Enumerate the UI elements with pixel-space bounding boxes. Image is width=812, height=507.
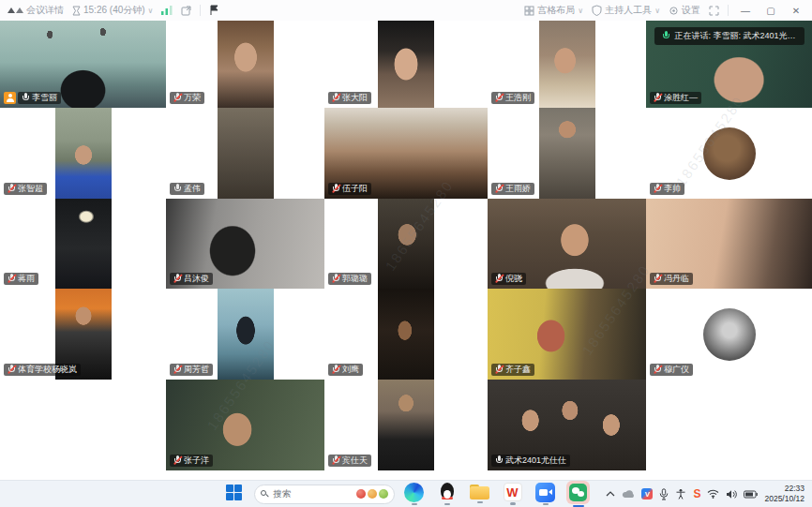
sogou-input-icon[interactable]: S xyxy=(693,488,700,500)
muted-mic-icon xyxy=(173,93,181,103)
participant-tile[interactable]: 李帅 xyxy=(646,108,812,199)
taskbar-search-input[interactable]: 搜索 xyxy=(254,485,395,504)
participant-tile[interactable]: 张子洋 xyxy=(166,380,324,470)
participant-video xyxy=(378,21,434,108)
participant-video xyxy=(378,380,434,470)
participant-tile[interactable]: 齐子鑫 xyxy=(488,289,646,380)
fullscreen-icon[interactable] xyxy=(709,6,719,16)
muted-mic-icon xyxy=(495,184,503,194)
taskbar-app-file-explorer[interactable] xyxy=(467,485,493,504)
participant-tile[interactable]: 宾仕天 xyxy=(324,380,488,470)
host-tools-label: 主持人工具 xyxy=(605,4,652,17)
participant-name: 王浩刚 xyxy=(505,93,531,103)
mic-icon xyxy=(495,455,503,466)
participant-tile[interactable]: 孟伟 xyxy=(166,108,324,199)
search-placeholder: 搜索 xyxy=(274,488,292,500)
minimize-button[interactable]: — xyxy=(737,6,754,16)
participant-tile[interactable]: 体育学校杨晓岚 xyxy=(0,289,166,380)
network-signal-icon[interactable] xyxy=(161,6,173,15)
participant-tile[interactable]: 王浩刚 xyxy=(488,21,646,108)
participant-tile[interactable]: 周芳哲 xyxy=(166,289,324,380)
participant-video xyxy=(539,108,595,199)
tencent-meeting-icon xyxy=(535,483,555,502)
participant-avatar xyxy=(703,308,756,361)
start-button[interactable] xyxy=(221,485,248,504)
settings-label: 设置 xyxy=(682,4,700,17)
participant-tile[interactable]: 伍子阳 xyxy=(324,108,488,199)
accessibility-icon[interactable] xyxy=(675,488,686,500)
meeting-detail-button[interactable]: 会议详情 xyxy=(8,4,64,17)
shield-icon xyxy=(592,5,602,16)
participant-tile[interactable]: 吕沐俊 xyxy=(166,199,324,289)
windows-logo-icon xyxy=(226,485,243,501)
participant-tile[interactable]: 正在讲话: 李雪丽: 武术2401光… 涂胜红— xyxy=(646,21,812,108)
search-icon xyxy=(261,490,269,499)
desktop-strip xyxy=(0,470,812,480)
taskbar-app-wechat[interactable] xyxy=(565,481,592,507)
grid-layout-icon xyxy=(524,6,534,16)
participant-video xyxy=(539,21,595,108)
close-button[interactable]: ✕ xyxy=(788,6,804,16)
muted-mic-icon xyxy=(332,184,339,194)
participant-name: 宾仕天 xyxy=(342,455,368,466)
qq-icon xyxy=(438,483,457,502)
participant-name: 武术2401尤仕仕 xyxy=(505,455,566,466)
muted-mic-icon xyxy=(332,365,339,375)
muted-mic-icon xyxy=(332,274,339,284)
participant-tile[interactable]: 张智超 xyxy=(0,108,166,199)
speaking-banner-text: 正在讲话: 李雪丽: 武术2401光… xyxy=(674,30,795,42)
participant-tile[interactable]: 倪骁 xyxy=(488,199,646,289)
participant-label: 李雪丽 xyxy=(4,92,61,104)
topbar-divider xyxy=(200,5,201,16)
participant-name: 体育学校杨晓岚 xyxy=(18,365,77,375)
host-tools-button[interactable]: 主持人工具 ∨ xyxy=(592,4,660,17)
participant-name: 齐子鑫 xyxy=(505,365,531,375)
fruit-icon xyxy=(356,489,366,499)
wifi-icon[interactable] xyxy=(707,489,719,499)
chevron-down-icon: ∨ xyxy=(654,7,660,15)
taskbar-app-wps[interactable]: W xyxy=(500,483,526,505)
battery-icon[interactable] xyxy=(744,490,758,499)
volume-icon[interactable] xyxy=(726,489,737,500)
layout-menu-button[interactable]: 宫格布局 ∨ xyxy=(524,4,583,17)
participant-tile[interactable]: 张大阳 xyxy=(324,21,488,108)
mic-icon xyxy=(22,93,29,103)
tencent-video-icon[interactable]: V xyxy=(641,488,653,500)
maximize-button[interactable]: ▢ xyxy=(762,6,779,16)
participant-name: 涂胜红— xyxy=(664,93,698,103)
participant-tile[interactable]: 刘鹰 xyxy=(324,289,488,380)
participant-video xyxy=(55,199,112,289)
taskbar-app-qq[interactable] xyxy=(434,483,460,506)
speaking-banner: 正在讲话: 李雪丽: 武术2401光… xyxy=(654,27,804,45)
annotation-flag-icon[interactable] xyxy=(209,5,220,16)
participant-tile-active-speaker[interactable]: 李雪丽 xyxy=(0,21,166,108)
clock-time: 22:33 xyxy=(764,484,804,494)
participant-video xyxy=(218,289,274,380)
participant-tile[interactable]: 冯丹临 xyxy=(646,199,812,289)
participant-tile[interactable]: 武术2401尤仕仕 xyxy=(488,380,646,470)
muted-mic-icon xyxy=(332,93,339,103)
microphone-icon[interactable] xyxy=(659,488,669,500)
taskbar-clock[interactable]: 22:33 2025/10/12 xyxy=(764,484,808,503)
participant-name: 冯丹临 xyxy=(664,274,689,284)
share-window-icon[interactable] xyxy=(181,6,191,16)
muted-mic-icon xyxy=(495,365,503,375)
participant-name: 万荣 xyxy=(184,93,201,103)
participant-tile[interactable]: 王雨娇 xyxy=(488,108,646,199)
muted-mic-icon xyxy=(495,274,503,284)
participant-name: 张智超 xyxy=(18,184,43,194)
taskbar-app-tencent-meeting[interactable] xyxy=(533,483,559,506)
active-mic-icon xyxy=(662,31,669,41)
cloud-icon[interactable] xyxy=(622,490,635,499)
fruit-icon xyxy=(368,489,377,499)
chevron-up-icon[interactable] xyxy=(606,491,615,497)
meeting-timer[interactable]: 15:26 (40分钟) ∨ xyxy=(72,4,153,17)
participant-name: 李帅 xyxy=(664,184,681,194)
taskbar-app-edge[interactable] xyxy=(401,483,428,506)
settings-button[interactable]: 设置 xyxy=(669,4,700,17)
participant-tile[interactable]: 穆广仪 xyxy=(646,289,812,380)
participant-tile[interactable]: 郭璐璐 xyxy=(324,199,488,289)
system-tray: V S 22:33 2025/10/12 xyxy=(606,481,808,507)
participant-tile[interactable]: 万荣 xyxy=(166,21,324,108)
participant-tile[interactable]: 蒋雨 xyxy=(0,199,166,289)
